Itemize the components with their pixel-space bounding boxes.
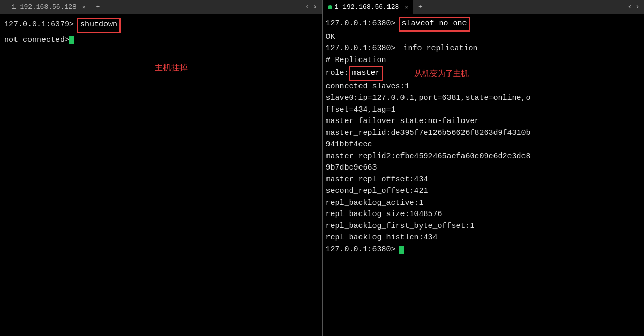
- left-tab-dot: [5, 5, 9, 9]
- right-failover: master_failover_state:no-failover: [326, 116, 641, 128]
- right-tab-bar: 1 192.168.56.128 ✕ + ‹ ›: [323, 0, 645, 14]
- right-role-label: role:: [326, 68, 349, 80]
- left-terminal: 127.0.0.1:6379> shutdown not connected> …: [0, 14, 322, 336]
- left-nav-right[interactable]: ›: [312, 3, 317, 11]
- right-tab-1[interactable]: 1 192.168.56.128 ✕: [323, 0, 413, 14]
- right-role-annotation: 从机变为了主机: [414, 68, 469, 80]
- left-annotation-container: 主机挂掉: [4, 62, 318, 75]
- right-replid2b: 9b7dbc9e663: [326, 162, 641, 174]
- right-repl-header: # Replication: [326, 55, 641, 67]
- right-connected-slaves: connected_slaves:1: [326, 81, 641, 93]
- right-add-icon: +: [418, 3, 423, 11]
- right-prompt-1: 127.0.0.1:6380>: [326, 18, 396, 30]
- left-tab-bar: 1 192.168.56.128 ✕ + ‹ ›: [0, 0, 322, 14]
- right-slave0: slave0:ip=127.0.0.1,port=6381,state=onli…: [326, 93, 641, 104]
- right-tab-close[interactable]: ✕: [405, 4, 408, 10]
- right-terminal: 127.0.0.1:6380> slaveof no one OK 127.0.…: [323, 14, 645, 336]
- right-repl-offset: master_repl_offset:434: [326, 174, 641, 186]
- right-cmd-2: info replication: [403, 44, 478, 53]
- left-nav-left[interactable]: ‹: [305, 3, 309, 11]
- right-cmd-box-1: slaveof no one: [399, 17, 470, 32]
- left-not-connected: not connected>: [4, 35, 69, 47]
- right-prompt-3: 127.0.0.1:6380>: [326, 244, 396, 256]
- left-tab-label: 1 192.168.56.128: [12, 3, 77, 11]
- right-role-line: role:master 从机变为了主机: [326, 66, 641, 81]
- right-backlog-active: repl_backlog_active:1: [326, 197, 641, 209]
- right-replid: master_replid:de395f7e126b56626f8263d9f4…: [326, 128, 641, 140]
- right-backlog-first: repl_backlog_first_byte_offset:1: [326, 221, 641, 233]
- left-line-1: 127.0.0.1:6379> shutdown: [4, 18, 318, 33]
- left-line-2: not connected>: [4, 35, 318, 47]
- left-tab-1[interactable]: 1 192.168.56.128 ✕: [0, 0, 91, 14]
- right-nav-left[interactable]: ‹: [627, 3, 632, 11]
- right-info-line: 127.0.0.1:6380> info replication: [326, 43, 641, 55]
- right-tab-dot: [328, 5, 332, 9]
- right-replid2: master_replid2:efbe4592465aefa60c09e6d2e…: [326, 151, 641, 163]
- right-replidb: 941bbf4eec: [326, 139, 641, 151]
- left-prompt-1: 127.0.0.1:6379>: [4, 19, 74, 31]
- left-cmd-box: shutdown: [77, 18, 121, 33]
- right-line-1: 127.0.0.1:6380> slaveof no one: [326, 17, 641, 32]
- right-second-repl-offset: second_repl_offset:421: [326, 186, 641, 197]
- right-add-tab[interactable]: +: [413, 0, 428, 14]
- right-cursor: [399, 246, 404, 254]
- left-add-tab[interactable]: +: [91, 0, 105, 14]
- left-annotation: 主机挂掉: [155, 63, 188, 72]
- left-tab-close[interactable]: ✕: [82, 4, 86, 10]
- left-cursor: [69, 36, 74, 44]
- right-role-value: master: [349, 66, 383, 81]
- right-prompt-2: 127.0.0.1:6380>: [326, 44, 396, 53]
- right-tab-label: 1 192.168.56.128: [335, 3, 399, 11]
- right-backlog-histlen: repl_backlog_histlen:434: [326, 232, 641, 244]
- left-add-icon: +: [96, 3, 100, 11]
- right-backlog-size: repl_backlog_size:1048576: [326, 209, 641, 221]
- right-final-line: 127.0.0.1:6380>: [326, 244, 641, 256]
- right-ok-line: OK: [326, 32, 641, 43]
- right-slave0b: ffset=434,lag=1: [326, 104, 641, 116]
- right-nav-right[interactable]: ›: [635, 3, 640, 11]
